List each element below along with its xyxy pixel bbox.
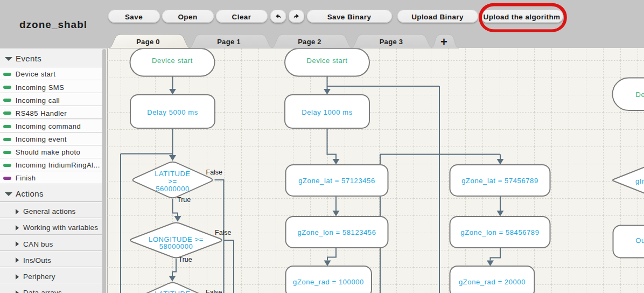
svg-text:gInZone = 1: gInZone = 1 — [635, 177, 644, 185]
svg-text:56000000: 56000000 — [156, 185, 190, 193]
svg-text:>=: >= — [168, 177, 177, 185]
svg-text:gZone_lat = 57123456: gZone_lat = 57123456 — [298, 177, 375, 185]
svg-text:+: + — [440, 35, 447, 48]
svg-text:True: True — [177, 196, 191, 204]
svg-text:gZone_rad = 20000: gZone_rad = 20000 — [459, 278, 526, 286]
svg-text:Page 2: Page 2 — [298, 38, 321, 46]
svg-text:Device start: Device start — [152, 57, 193, 65]
svg-text:Outputs: Outputs — [635, 236, 644, 245]
svg-text:False: False — [215, 229, 232, 236]
svg-text:False: False — [206, 289, 222, 293]
svg-text:Device start: Device start — [636, 90, 644, 99]
svg-text:gZone_lon = 58123456: gZone_lon = 58123456 — [297, 228, 376, 236]
svg-text:LATITUDE: LATITUDE — [155, 170, 191, 178]
svg-text:LATITUDE: LATITUDE — [155, 290, 191, 293]
svg-text:58000000: 58000000 — [159, 242, 193, 250]
svg-text:Page 3: Page 3 — [380, 38, 403, 46]
svg-text:gZone_lon = 58456789: gZone_lon = 58456789 — [460, 228, 539, 236]
svg-text:True: True — [179, 256, 192, 263]
svg-text:gZone_rad = 100000: gZone_rad = 100000 — [293, 278, 364, 286]
svg-text:False: False — [206, 169, 223, 176]
svg-text:Device start: Device start — [307, 57, 348, 65]
svg-text:gZone_lat = 57456789: gZone_lat = 57456789 — [461, 177, 538, 185]
svg-text:Page 1: Page 1 — [217, 38, 241, 46]
svg-text:Delay 1000 ms: Delay 1000 ms — [302, 108, 353, 116]
svg-text:Page 0: Page 0 — [136, 38, 160, 46]
svg-text:Delay 5000 ms: Delay 5000 ms — [147, 108, 198, 116]
